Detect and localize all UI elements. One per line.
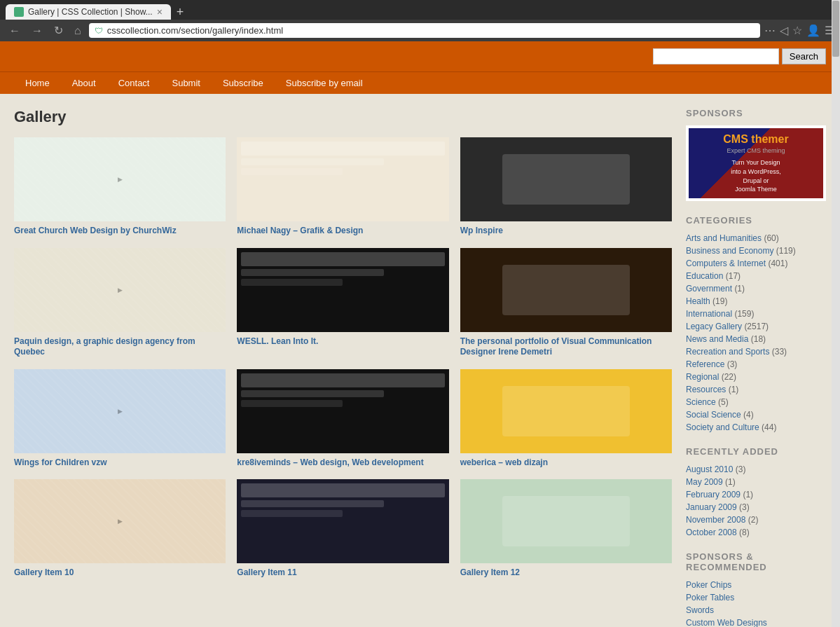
nav-subscribe[interactable]: Subscribe — [212, 72, 275, 94]
back-button[interactable]: ← — [6, 23, 24, 39]
nav-bar: Home About Contact Submit Subscribe Subs… — [0, 71, 840, 94]
gallery-item: kre8iveminds – Web design, Web developme… — [237, 369, 448, 469]
bookmark-icon[interactable]: ☆ — [792, 24, 802, 37]
nav-subscribe-email[interactable]: Subscribe by email — [275, 72, 374, 94]
gallery-item: ▶Paquin design, a graphic design agency … — [14, 248, 226, 358]
list-item: May 2009 (1) — [686, 476, 826, 487]
gallery-item: Wp Inspire — [460, 137, 672, 237]
list-item: Government (1) — [686, 283, 826, 294]
nav-about[interactable]: About — [61, 72, 107, 94]
new-tab-button[interactable]: + — [172, 5, 188, 20]
list-item: Swords — [686, 605, 826, 615]
categories-heading: CATEGORIES — [686, 215, 826, 226]
categories-section: CATEGORIES Arts and Humanities (60)Busin… — [686, 215, 826, 432]
sponsor-banner[interactable]: CMS themer Expert CMS theming Turn Your … — [686, 125, 826, 201]
gallery-item-link[interactable]: Wp Inspire — [460, 226, 672, 237]
recent-list: August 2010 (3)May 2009 (1)February 2009… — [686, 464, 826, 537]
scrollbar-thumb[interactable] — [832, 1, 839, 57]
recent-link[interactable]: May 2009 (1) — [686, 477, 736, 487]
list-item: February 2009 (1) — [686, 489, 826, 499]
nav-contact[interactable]: Contact — [107, 72, 161, 94]
category-link[interactable]: International (159) — [686, 309, 754, 319]
recommend-link[interactable]: Custom Web Designs — [686, 618, 767, 627]
gallery-item-link[interactable]: The personal portfolio of Visual Communi… — [460, 336, 672, 358]
list-item: Poker Tables — [686, 592, 826, 602]
search-button[interactable]: Search — [782, 48, 826, 64]
gallery-item-link[interactable]: Michael Nagy – Grafik & Design — [237, 226, 448, 237]
gallery-item-link[interactable]: WESLL. Lean Into It. — [237, 336, 448, 347]
gallery-item-link[interactable]: Wings for Children vzw — [14, 457, 226, 469]
recommend-link[interactable]: Poker Chips — [686, 580, 731, 590]
nav-submit[interactable]: Submit — [160, 72, 211, 94]
gallery-thumbnail — [237, 479, 448, 563]
category-link[interactable]: Resources (1) — [686, 385, 738, 394]
gallery-item: weberica – web dizajn — [460, 369, 672, 469]
home-button[interactable]: ⌂ — [71, 23, 85, 39]
nav-home[interactable]: Home — [14, 72, 61, 94]
site-header: Search — [0, 41, 840, 71]
category-link[interactable]: Government (1) — [686, 284, 745, 294]
profile-icon[interactable]: 👤 — [806, 24, 820, 37]
gallery-item: ▶Great Church Web Design by ChurchWiz — [14, 137, 226, 237]
list-item: Education (17) — [686, 270, 826, 281]
gallery-item-link[interactable]: kre8iveminds – Web design, Web developme… — [237, 457, 448, 469]
gallery-thumbnail — [237, 137, 448, 221]
list-item: Social Science (4) — [686, 409, 826, 420]
toolbar-icons: ⋯ ◁ ☆ 👤 ☰ — [764, 24, 834, 37]
recent-link[interactable]: February 2009 (1) — [686, 490, 753, 499]
extensions-icon[interactable]: ⋯ — [764, 24, 776, 37]
gallery-item-link[interactable]: Gallery Item 11 — [237, 567, 448, 579]
recent-link[interactable]: October 2008 (8) — [686, 528, 750, 537]
sidebar: SPONSORS CMS themer Expert CMS theming T… — [686, 108, 826, 627]
browser-tab[interactable]: Gallery | CSS Collection | Show... × — [6, 4, 171, 20]
recently-added-heading: RECENTLY ADDED — [686, 446, 826, 457]
recent-link[interactable]: August 2010 (3) — [686, 464, 745, 474]
gallery-grid: ▶Great Church Web Design by ChurchWizMic… — [14, 137, 672, 579]
list-item: Computers & Internet (401) — [686, 258, 826, 268]
list-item: Legacy Gallery (2517) — [686, 321, 826, 331]
category-list: Arts and Humanities (60)Business and Eco… — [686, 233, 826, 432]
recommend-link[interactable]: Poker Tables — [686, 593, 734, 602]
scrollbar[interactable] — [832, 0, 840, 627]
browser-toolbar: ← → ↻ ⌂ 🛡 ⋯ ◁ ☆ 👤 ☰ — [0, 20, 840, 41]
list-item: Resources (1) — [686, 384, 826, 394]
category-link[interactable]: Health (19) — [686, 296, 727, 306]
gallery-item-link[interactable]: Paquin design, a graphic design agency f… — [14, 336, 226, 358]
pocket-icon[interactable]: ◁ — [780, 24, 788, 37]
gallery-thumbnail — [237, 369, 448, 453]
category-link[interactable]: Arts and Humanities (60) — [686, 233, 779, 243]
gallery-item-link[interactable]: Gallery Item 10 — [14, 567, 226, 579]
forward-button[interactable]: → — [28, 23, 46, 39]
list-item: August 2010 (3) — [686, 464, 826, 474]
tab-close-button[interactable]: × — [157, 7, 163, 17]
refresh-button[interactable]: ↻ — [50, 22, 67, 39]
gallery-item: WESLL. Lean Into It. — [237, 248, 448, 358]
category-link[interactable]: Recreation and Sports (33) — [686, 347, 787, 357]
category-link[interactable]: Business and Economy (119) — [686, 246, 796, 256]
gallery-thumbnail — [460, 369, 672, 453]
category-link[interactable]: Education (17) — [686, 271, 741, 281]
gallery-item-link[interactable]: Gallery Item 12 — [460, 567, 672, 579]
recommend-section: SPONSORS & RECOMMENDED Poker ChipsPoker … — [686, 551, 826, 627]
category-link[interactable]: Society and Culture (44) — [686, 422, 776, 432]
category-link[interactable]: Computers & Internet (401) — [686, 259, 787, 268]
list-item: Custom Web Designs — [686, 617, 826, 627]
gallery-item: Michael Nagy – Grafik & Design — [237, 137, 448, 237]
recent-link[interactable]: January 2009 (3) — [686, 502, 750, 512]
recent-link[interactable]: November 2008 (2) — [686, 515, 758, 525]
recommend-link[interactable]: Swords — [686, 605, 714, 615]
address-bar[interactable] — [107, 25, 755, 36]
category-link[interactable]: Regional (22) — [686, 372, 736, 382]
category-link[interactable]: News and Media (18) — [686, 334, 766, 344]
address-bar-container: 🛡 — [89, 23, 760, 38]
category-link[interactable]: Social Science (4) — [686, 410, 754, 420]
category-link[interactable]: Science (5) — [686, 397, 729, 407]
list-item: Regional (22) — [686, 371, 826, 382]
category-link[interactable]: Reference (3) — [686, 359, 737, 369]
list-item: Reference (3) — [686, 359, 826, 369]
category-link[interactable]: Legacy Gallery (2517) — [686, 322, 769, 331]
gallery-item-link[interactable]: Great Church Web Design by ChurchWiz — [14, 226, 226, 237]
gallery-item-link[interactable]: weberica – web dizajn — [460, 457, 672, 469]
search-input[interactable] — [653, 48, 779, 64]
list-item: News and Media (18) — [686, 333, 826, 344]
